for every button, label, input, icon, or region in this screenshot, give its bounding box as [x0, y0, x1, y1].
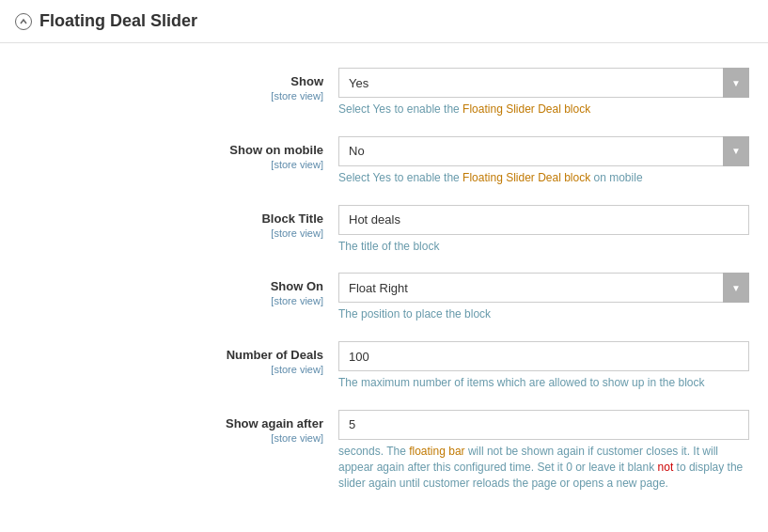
show-again-after-row: Show again after [store view] seconds. T…: [0, 400, 768, 500]
show-on-store-view: [store view]: [0, 295, 323, 306]
show-on-mobile-hint-link: Floating Slider Deal block: [462, 171, 590, 184]
block-title-hint: The title of the block: [338, 239, 749, 255]
show-field-col: Yes No Select Yes to enable the Floating…: [338, 68, 749, 117]
show-on-mobile-field-col: No Yes Select Yes to enable the Floating…: [338, 136, 749, 186]
page-header: Floating Deal Slider: [0, 0, 768, 43]
show-on-mobile-label: Show on mobile: [229, 143, 323, 157]
block-title-field-col: The title of the block: [338, 205, 749, 255]
show-label: Show: [290, 74, 323, 88]
show-again-after-hint: seconds. The floating bar will not be sh…: [338, 444, 749, 491]
number-of-deals-row: Number of Deals [store view] The maximum…: [0, 332, 768, 400]
show-on-mobile-label-col: Show on mobile [store view]: [0, 136, 338, 170]
show-on-select[interactable]: Float Right Float Left: [338, 273, 749, 303]
show-on-select-wrapper[interactable]: Float Right Float Left: [338, 273, 749, 303]
show-again-after-input[interactable]: [338, 410, 749, 440]
floating-bar-link: floating bar: [409, 445, 464, 458]
show-on-mobile-store-view: [store view]: [0, 159, 323, 170]
show-on-field-col: Float Right Float Left The position to p…: [338, 273, 749, 322]
collapse-icon[interactable]: [15, 13, 32, 30]
number-of-deals-input[interactable]: [338, 341, 749, 371]
show-select[interactable]: Yes No: [338, 68, 749, 98]
show-hint: Select Yes to enable the Floating Slider…: [338, 102, 749, 117]
number-of-deals-label: Number of Deals: [227, 348, 323, 362]
number-of-deals-store-view: [store view]: [0, 364, 323, 375]
page-title: Floating Deal Slider: [39, 11, 197, 31]
show-on-mobile-hint: Select Yes to enable the Floating Slider…: [338, 170, 749, 186]
block-title-store-view: [store view]: [0, 227, 323, 239]
show-select-wrapper[interactable]: Yes No: [338, 68, 749, 98]
show-on-mobile-select[interactable]: No Yes: [338, 136, 749, 166]
show-again-after-field-col: seconds. The floating bar will not be sh…: [338, 410, 749, 491]
block-title-label-col: Block Title [store view]: [0, 205, 338, 239]
form-container: Show [store view] Yes No Select Yes to e…: [0, 43, 768, 515]
show-on-row: Show On [store view] Float Right Float L…: [0, 263, 768, 332]
show-row: Show [store view] Yes No Select Yes to e…: [0, 58, 768, 127]
not-text: not: [658, 461, 674, 474]
show-again-after-store-view: [store view]: [0, 432, 323, 444]
number-of-deals-hint: The maximum number of items which are al…: [338, 375, 749, 391]
show-on-mobile-row: Show on mobile [store view] No Yes Selec…: [0, 127, 768, 196]
show-on-mobile-select-wrapper[interactable]: No Yes: [338, 136, 749, 166]
show-hint-link: Floating Slider Deal block: [462, 102, 590, 116]
show-on-hint: The position to place the block: [338, 306, 749, 322]
show-again-after-label: Show again after: [226, 416, 323, 430]
show-on-label: Show On: [271, 279, 323, 293]
block-title-row: Block Title [store view] The title of th…: [0, 196, 768, 264]
show-label-col: Show [store view]: [0, 68, 338, 102]
show-again-after-label-col: Show again after [store view]: [0, 410, 338, 444]
show-store-view: [store view]: [0, 90, 323, 102]
block-title-label: Block Title: [261, 211, 323, 226]
number-of-deals-field-col: The maximum number of items which are al…: [338, 341, 749, 391]
number-of-deals-label-col: Number of Deals [store view]: [0, 341, 338, 375]
block-title-input[interactable]: [338, 205, 749, 235]
show-on-label-col: Show On [store view]: [0, 273, 338, 306]
